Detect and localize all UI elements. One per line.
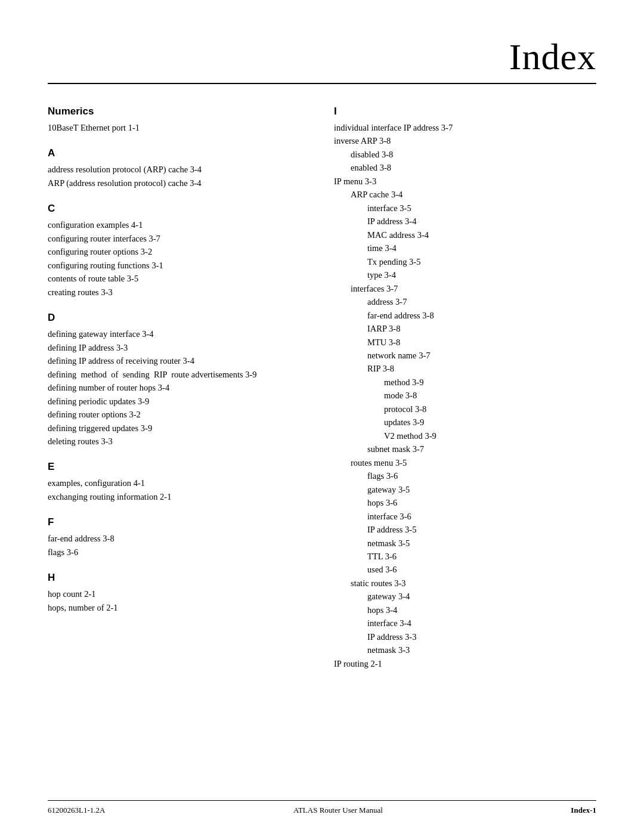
list-item: configuring router options 3-2 — [48, 245, 310, 258]
section-i: I — [334, 106, 596, 117]
list-item: protocol 3-8 — [334, 402, 596, 416]
footer: 61200263L1-1.2A ATLAS Router User Manual… — [48, 800, 596, 815]
list-item: defining triggered updates 3-9 — [48, 422, 310, 435]
list-item: defining periodic updates 3-9 — [48, 395, 310, 408]
list-item: exchanging routing information 2-1 — [48, 490, 310, 503]
list-item: IP menu 3-3 — [334, 175, 596, 188]
list-item: individual interface IP address 3-7 — [334, 121, 596, 134]
list-item: IARP 3-8 — [334, 322, 596, 335]
footer-left: 61200263L1-1.2A — [48, 806, 105, 815]
list-item: defining number of router hops 3-4 — [48, 381, 310, 394]
footer-center: ATLAS Router User Manual — [293, 806, 383, 815]
list-item: address 3-7 — [334, 295, 596, 308]
list-item: hops 3-6 — [334, 496, 596, 509]
list-item: IP routing 2-1 — [334, 657, 596, 670]
list-item: routes menu 3-5 — [334, 456, 596, 469]
list-item: ARP (address resolution protocol) cache … — [48, 176, 310, 190]
index-content: Numerics 10BaseT Ethernet port 1-1 A add… — [48, 106, 596, 670]
list-item: inverse ARP 3-8 — [334, 134, 596, 147]
list-item: far-end address 3-8 — [48, 532, 310, 545]
list-item: creating routes 3-3 — [48, 286, 310, 299]
list-item: defining IP address 3-3 — [48, 341, 310, 354]
section-f: F — [48, 516, 310, 528]
list-item: interface 3-4 — [334, 617, 596, 630]
list-item: enabled 3-8 — [334, 161, 596, 174]
footer-right: Index-1 — [571, 806, 596, 815]
list-item: MTU 3-8 — [334, 336, 596, 349]
list-item: examples, configuration 4-1 — [48, 476, 310, 490]
list-item: flags 3-6 — [334, 469, 596, 482]
list-item: 10BaseT Ethernet port 1-1 — [48, 121, 310, 134]
list-item: configuring router interfaces 3-7 — [48, 232, 310, 245]
section-numerics: Numerics — [48, 106, 310, 117]
page: Index Numerics 10BaseT Ethernet port 1-1… — [0, 0, 644, 833]
list-item: hops, number of 2-1 — [48, 601, 310, 614]
list-item: updates 3-9 — [334, 416, 596, 429]
list-item: gateway 3-5 — [334, 483, 596, 496]
list-item: contents of route table 3-5 — [48, 272, 310, 285]
section-d: D — [48, 312, 310, 324]
list-item: time 3-4 — [334, 241, 596, 255]
list-item: defining IP address of receiving router … — [48, 354, 310, 367]
list-item: interfaces 3-7 — [334, 282, 596, 295]
list-item: interface 3-6 — [334, 510, 596, 523]
list-item: IP address 3-5 — [334, 523, 596, 536]
section-c: C — [48, 203, 310, 215]
list-item: Tx pending 3-5 — [334, 255, 596, 268]
section-a: A — [48, 147, 310, 159]
list-item: IP address 3-4 — [334, 215, 596, 228]
list-item: ARP cache 3-4 — [334, 188, 596, 201]
list-item: defining method of sending RIP route adv… — [48, 368, 310, 381]
list-item: defining gateway interface 3-4 — [48, 327, 310, 340]
list-item: address resolution protocol (ARP) cache … — [48, 163, 310, 176]
right-column: I individual interface IP address 3-7 in… — [334, 106, 596, 670]
list-item: hops 3-4 — [334, 603, 596, 617]
title-rule — [48, 83, 596, 84]
list-item: type 3-4 — [334, 268, 596, 281]
list-item: mode 3-8 — [334, 389, 596, 402]
list-item: defining router options 3-2 — [48, 408, 310, 421]
list-item: method 3-9 — [334, 376, 596, 389]
list-item: RIP 3-8 — [334, 362, 596, 375]
list-item: configuration examples 4-1 — [48, 218, 310, 231]
list-item: V2 method 3-9 — [334, 429, 596, 442]
list-item: deleting routes 3-3 — [48, 435, 310, 448]
list-item: disabled 3-8 — [334, 148, 596, 161]
list-item: IP address 3-3 — [334, 630, 596, 643]
list-item: configuring routing functions 3-1 — [48, 259, 310, 272]
left-column: Numerics 10BaseT Ethernet port 1-1 A add… — [48, 106, 310, 670]
page-title: Index — [48, 36, 596, 78]
list-item: network name 3-7 — [334, 349, 596, 362]
list-item: gateway 3-4 — [334, 590, 596, 603]
list-item: far-end address 3-8 — [334, 309, 596, 322]
list-item: subnet mask 3-7 — [334, 442, 596, 456]
list-item: static routes 3-3 — [334, 577, 596, 590]
list-item: MAC address 3-4 — [334, 228, 596, 241]
list-item: hop count 2-1 — [48, 587, 310, 600]
section-h: H — [48, 572, 310, 584]
section-e: E — [48, 461, 310, 473]
list-item: netmask 3-3 — [334, 643, 596, 657]
list-item: interface 3-5 — [334, 202, 596, 215]
list-item: netmask 3-5 — [334, 537, 596, 550]
list-item: flags 3-6 — [48, 546, 310, 559]
list-item: TTL 3-6 — [334, 550, 596, 563]
list-item: used 3-6 — [334, 563, 596, 576]
